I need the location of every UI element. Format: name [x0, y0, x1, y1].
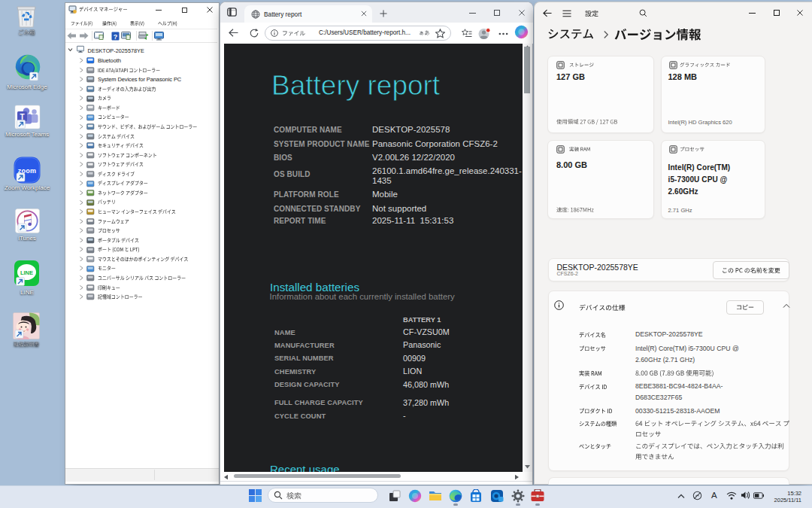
svg-text:T: T: [20, 113, 24, 121]
svg-text:LINE: LINE: [20, 269, 33, 276]
svg-text:?: ?: [114, 32, 118, 40]
